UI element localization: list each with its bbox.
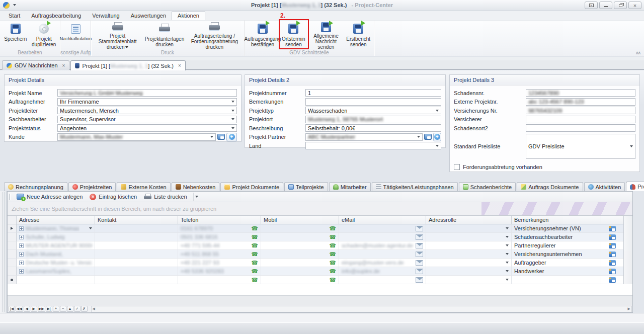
expand-icon[interactable] [19, 226, 24, 231]
table-row-new[interactable] [8, 276, 623, 284]
cell-kontakt[interactable] [95, 259, 178, 267]
restore-button[interactable] [614, 2, 627, 9]
phone-icon[interactable] [251, 260, 258, 266]
header-adresse[interactable]: Adresse [17, 216, 95, 224]
tab-auftrags-dokumente[interactable]: Auftrags Dokumente [517, 182, 583, 191]
nav-edit-button[interactable]: ▲ [67, 306, 73, 312]
cell-adresse[interactable]: MUSTER AGENTUR 90000 XY 99 [17, 241, 95, 250]
open-record-icon[interactable] [217, 134, 225, 140]
cell-kontakt[interactable] [95, 241, 178, 250]
ortstermin-senden-button[interactable]: Ortstermin senden [279, 21, 308, 49]
note-icon[interactable] [609, 243, 616, 248]
cell-adressrolle[interactable] [426, 241, 512, 250]
horizontal-scrollbar[interactable]: ◀▶ [91, 306, 632, 312]
email-icon[interactable] [416, 234, 423, 240]
beschreibung-input[interactable]: Selbstbehalt: 0,00€ [305, 124, 441, 132]
nav-cancel-button[interactable]: ✗ [81, 306, 88, 312]
tab-teilprojekte[interactable]: Teilprojekte [284, 182, 328, 191]
table-row[interactable]: Dach Mustand, +49 511 868 55 Versicherun… [8, 250, 623, 259]
note-icon[interactable] [609, 252, 616, 257]
cell-bemerkungen[interactable]: Schadensachbearbeiter [512, 233, 601, 241]
header-email[interactable]: eMail [339, 216, 426, 224]
projekt-partner-select[interactable]: ABC Musterpartner [305, 133, 423, 141]
cell-mobil[interactable] [261, 233, 339, 241]
cell-adressrolle[interactable] [426, 250, 512, 259]
email-icon[interactable] [416, 260, 423, 266]
phone-icon[interactable] [329, 242, 336, 249]
kunde-select[interactable]: Mustermann, Max-Muster [57, 133, 216, 141]
auftragnehmer-select[interactable]: Ihr Firmenname [57, 98, 237, 106]
cell-bemerkungen[interactable]: Partnerregulierer [512, 241, 601, 250]
cell-adressrolle[interactable] [426, 259, 512, 267]
cell-mobil[interactable] [261, 224, 339, 233]
cell-actions[interactable] [601, 233, 623, 241]
header-adressrolle[interactable]: Adressrolle [426, 216, 512, 224]
externe-projektnr-input[interactable]: abc 123-4567 890-123 [526, 98, 635, 106]
ribbon-tab-start[interactable]: Start [3, 11, 26, 20]
close-button[interactable] [628, 2, 641, 9]
projektunterlagen-drucken-button[interactable]: Projektunterlagen drucken [142, 21, 186, 49]
email-icon[interactable] [416, 252, 423, 257]
cell-mobil[interactable] [261, 276, 339, 284]
cell-adresse[interactable]: Dach Mustand, [17, 250, 95, 259]
note-icon[interactable] [609, 234, 616, 240]
projekt-name-input[interactable]: Versicherung L GmbH Musterweg [57, 89, 237, 97]
cell-kontakt[interactable] [95, 276, 178, 284]
phone-icon[interactable] [329, 268, 336, 275]
cell-telefon[interactable]: +49 511 868 55 [178, 250, 261, 259]
cell-mobil[interactable] [261, 259, 339, 267]
sachbearbeiter-select[interactable]: Supervisor, Supervisor [57, 116, 237, 123]
note-icon[interactable] [609, 269, 616, 274]
chevron-down-icon[interactable] [506, 262, 509, 264]
cell-actions[interactable] [601, 250, 623, 259]
cell-actions[interactable] [601, 276, 623, 284]
chevron-down-icon[interactable] [506, 279, 509, 281]
cell-kontakt[interactable] [95, 233, 178, 241]
chevron-down-icon[interactable] [506, 236, 509, 238]
table-row[interactable]: MUSTER AGENTUR 90000 XY 99 +49 771 595-4… [8, 241, 623, 250]
header-kontakt[interactable]: Kontakt [95, 216, 178, 224]
vertical-scrollbar[interactable] [623, 216, 632, 284]
cell-actions[interactable] [601, 259, 623, 267]
cell-mobil[interactable] [261, 241, 339, 250]
cell-bemerkungen[interactable]: Versicherungsnehmer (VN) [512, 224, 601, 233]
projektort-input[interactable]: Musterweg 1, 98765 Musterort [305, 116, 441, 123]
cell-adressrolle[interactable] [426, 267, 512, 276]
cell-telefon[interactable]: +49 5336 920283 [178, 267, 261, 276]
allgemeine-nachricht-senden-button[interactable]: Allgemeine Nachricht senden [308, 21, 345, 49]
phone-icon[interactable] [251, 225, 258, 232]
ribbon-collapse-icon[interactable] [635, 50, 640, 55]
collapsed-side-splitter[interactable] [0, 191, 7, 313]
cell-email[interactable]: schaden@muster-agentur.de [339, 241, 426, 250]
phone-icon[interactable] [329, 277, 336, 283]
chevron-down-icon[interactable] [506, 270, 509, 272]
tab-close-icon[interactable]: × [178, 63, 181, 68]
cell-telefon[interactable] [178, 276, 261, 284]
cell-adresse[interactable]: Mustermann, Thomas [17, 224, 95, 233]
land-select[interactable] [305, 142, 441, 149]
ribbon-tab-aktionen[interactable]: Aktionen [172, 11, 205, 20]
tab-nebenkosten[interactable]: Nebenkosten [172, 182, 220, 191]
liste-drucken-button[interactable]: Liste drucken [142, 193, 189, 201]
cell-bemerkungen[interactable]: Handwerker [512, 267, 601, 276]
standard-preisliste-select[interactable]: GDV Preisliste [526, 134, 635, 159]
ribbon-tab-verwaltung[interactable]: Verwaltung [87, 11, 125, 20]
projektnummer-input[interactable]: 1 [305, 89, 441, 97]
forderungsabtretung-checkbox[interactable] [454, 164, 460, 170]
email-icon[interactable] [416, 226, 423, 231]
cell-adresse[interactable]: Deutsche Muster- u. Versicherung AG [17, 259, 95, 267]
header-telefon[interactable]: Telefon [178, 216, 261, 224]
table-row[interactable]: Deutsche Muster- u. Versicherung AG +49 … [8, 259, 623, 267]
cell-bemerkungen[interactable] [512, 276, 601, 284]
email-icon[interactable] [416, 277, 423, 283]
tab-taetigkeiten[interactable]: Tätigkeiten/Leistungsphasen [372, 182, 458, 191]
header-mobil[interactable]: Mobil [261, 216, 339, 224]
schadensort2-input[interactable] [526, 124, 635, 132]
cell-email[interactable] [339, 233, 426, 241]
chevron-down-icon[interactable] [506, 227, 509, 229]
note-icon[interactable] [609, 260, 616, 266]
bemerkungen-input[interactable] [305, 98, 441, 106]
nav-last-button[interactable]: ▶| [46, 306, 52, 312]
projektleiter-select[interactable]: Mustermensch, Mensch [57, 107, 237, 114]
toolbar-overflow-button[interactable] [193, 193, 200, 201]
